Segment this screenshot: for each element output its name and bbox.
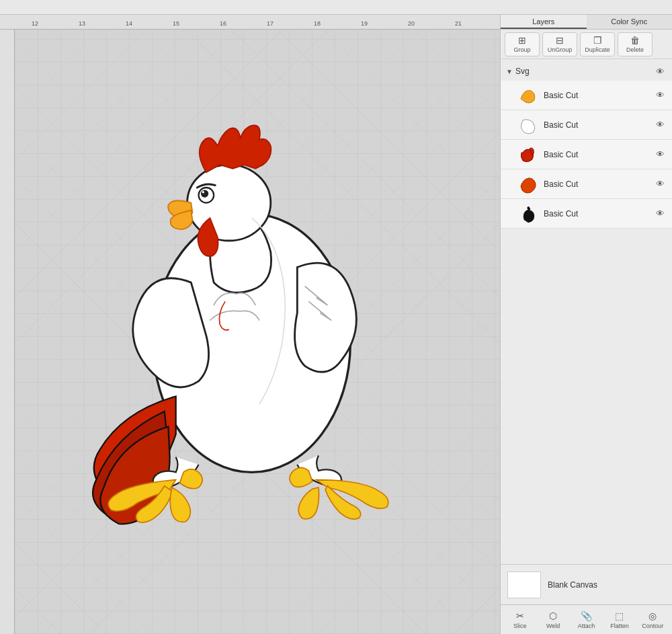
slice-icon: ✂ (516, 610, 524, 621)
layer-label-1: Basic Cut (544, 91, 648, 100)
ruler-tick-20: 20 (408, 20, 415, 27)
ruler-tick-15: 15 (173, 20, 179, 27)
svg-visibility-button[interactable]: 👁 (653, 65, 667, 78)
right-panel: Layers Color Sync ⊞ Group ⊟ UnGroup ❐ Du… (500, 15, 672, 634)
tab-layers[interactable]: Layers (501, 15, 587, 29)
flatten-button[interactable]: ⬚ Flatten (604, 608, 634, 632)
layer-thumb-4 (517, 173, 538, 195)
layer-thumb-3 (517, 144, 538, 165)
layer-thumb-2 (517, 114, 538, 136)
bottom-canvas-section: Blank Canvas (501, 564, 672, 604)
ruler-tick-18: 18 (314, 20, 321, 27)
bottom-panel-toolbar: ✂ Slice ⬡ Weld 📎 Attach ⬚ Flatten ◎ Cont… (501, 604, 672, 634)
layer-visibility-button-1[interactable]: 👁 (653, 89, 667, 102)
layer-visibility-button-2[interactable]: 👁 (653, 118, 667, 132)
ungroup-button[interactable]: ⊟ UnGroup (542, 32, 577, 56)
layer-row[interactable]: Basic Cut 👁 (501, 110, 672, 140)
layer-label-3: Basic Cut (544, 150, 648, 159)
ruler-top: 12 13 14 15 16 17 18 19 20 21 (0, 15, 500, 30)
delete-button[interactable]: 🗑 Delete (618, 32, 653, 56)
layer-row[interactable]: Basic Cut 👁 (501, 199, 672, 229)
contour-icon: ◎ (648, 610, 657, 621)
blank-canvas-label: Blank Canvas (548, 580, 597, 590)
weld-icon: ⬡ (549, 610, 557, 621)
slice-button[interactable]: ✂ Slice (505, 608, 535, 632)
svg-point-4 (202, 191, 204, 193)
grid-canvas[interactable] (15, 30, 500, 634)
attach-button[interactable]: 📎 Attach (571, 608, 601, 632)
top-bar (0, 0, 672, 15)
svg-group-row[interactable]: ▼ Svg 👁 (501, 62, 672, 81)
weld-button[interactable]: ⬡ Weld (538, 608, 568, 632)
layer-row[interactable]: Basic Cut 👁 (501, 169, 672, 199)
ruler-tick-17: 17 (267, 20, 274, 27)
expand-arrow-icon: ▼ (506, 68, 513, 75)
group-icon: ⊞ (518, 36, 526, 45)
layer-row[interactable]: Basic Cut 👁 (501, 140, 672, 169)
layer-label-5: Basic Cut (544, 209, 648, 219)
attach-icon: 📎 (581, 610, 592, 621)
ruler-tick-13: 13 (79, 20, 85, 27)
layer-visibility-button-5[interactable]: 👁 (653, 207, 667, 221)
ruler-left (0, 30, 15, 634)
layer-thumb-1 (517, 85, 538, 106)
layer-label-2: Basic Cut (544, 120, 648, 130)
layer-visibility-button-3[interactable]: 👁 (653, 148, 667, 161)
canvas-area: 12 13 14 15 16 17 18 19 20 21 (0, 15, 500, 634)
rooster-illustration (35, 70, 438, 541)
duplicate-button[interactable]: ❐ Duplicate (580, 32, 615, 56)
delete-icon: 🗑 (630, 36, 640, 45)
ruler-tick-16: 16 (220, 20, 226, 27)
svg-point-3 (201, 190, 208, 197)
contour-button[interactable]: ◎ Contour (638, 608, 668, 632)
ruler-tick-19: 19 (361, 20, 368, 27)
blank-canvas-thumbnail (507, 571, 541, 598)
main-area: 12 13 14 15 16 17 18 19 20 21 (0, 15, 672, 634)
layer-thumb-5 (517, 203, 538, 225)
layer-row[interactable]: Basic Cut 👁 (501, 81, 672, 110)
flatten-icon: ⬚ (615, 610, 624, 621)
ungroup-icon: ⊟ (556, 36, 564, 45)
layer-label-4: Basic Cut (544, 180, 648, 189)
ruler-tick-12: 12 (32, 20, 38, 27)
layers-list: ▼ Svg 👁 Basic Cut 👁 (501, 59, 672, 564)
tab-color-sync[interactable]: Color Sync (587, 15, 673, 29)
group-button[interactable]: ⊞ Group (505, 32, 540, 56)
ruler-tick-21: 21 (455, 20, 462, 27)
ruler-tick-14: 14 (126, 20, 132, 27)
panel-toolbar: ⊞ Group ⊟ UnGroup ❐ Duplicate 🗑 Delete (501, 30, 672, 59)
panel-tabs: Layers Color Sync (501, 15, 672, 30)
duplicate-icon: ❐ (593, 36, 602, 45)
layer-visibility-button-4[interactable]: 👁 (653, 177, 667, 191)
